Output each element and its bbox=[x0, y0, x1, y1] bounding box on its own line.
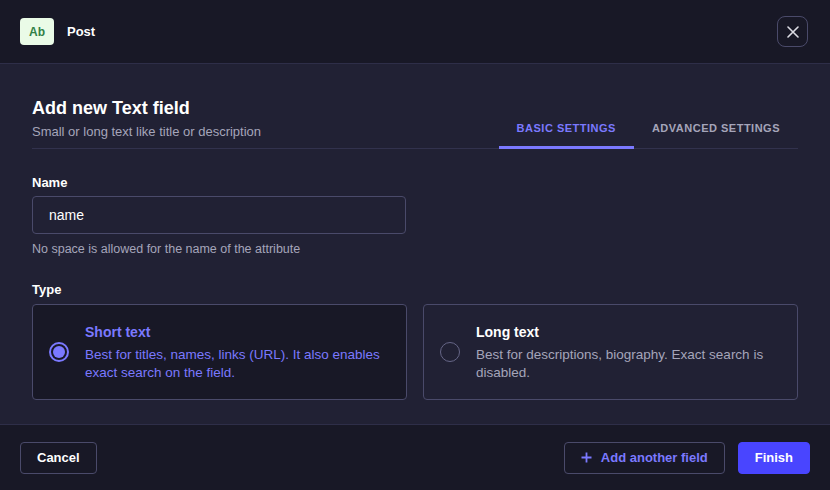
text-field-type-icon: Ab bbox=[20, 18, 54, 45]
option-title-long-text: Long text bbox=[476, 323, 777, 341]
add-another-field-label: Add another field bbox=[601, 450, 708, 465]
content-type-title: Post bbox=[67, 24, 95, 39]
cancel-button[interactable]: Cancel bbox=[20, 442, 97, 474]
type-field-group: Type Short text Best for titles, names, … bbox=[32, 282, 798, 400]
tab-basic-settings[interactable]: BASIC SETTINGS bbox=[499, 122, 634, 149]
name-field-group: Name No space is allowed for the name of… bbox=[32, 175, 798, 256]
type-field-label: Type bbox=[32, 282, 798, 298]
footer-right-actions: Add another field Finish bbox=[564, 442, 810, 474]
modal-body: Add new Text field Small or long text li… bbox=[0, 64, 830, 424]
page-title: Add new Text field bbox=[32, 97, 798, 119]
option-text: Short text Best for titles, names, links… bbox=[85, 323, 390, 382]
add-another-field-button[interactable]: Add another field bbox=[564, 442, 725, 474]
add-field-modal: Ab Post Add new Text field Small or long… bbox=[0, 0, 830, 490]
radio-short-text-icon[interactable] bbox=[49, 342, 69, 362]
intro-section: Add new Text field Small or long text li… bbox=[32, 64, 798, 149]
option-desc-short-text: Best for titles, names, links (URL). It … bbox=[85, 346, 386, 382]
plus-icon bbox=[581, 452, 592, 463]
radio-long-text-icon[interactable] bbox=[440, 342, 460, 362]
name-helper-text: No space is allowed for the name of the … bbox=[32, 242, 798, 256]
close-button[interactable] bbox=[777, 16, 808, 47]
modal-header: Ab Post bbox=[0, 0, 830, 64]
modal-footer: Cancel Add another field Finish bbox=[0, 424, 830, 490]
option-text: Long text Best for descriptions, biograp… bbox=[476, 323, 781, 382]
type-option-cards: Short text Best for titles, names, links… bbox=[32, 304, 798, 400]
option-desc-long-text: Best for descriptions, biography. Exact … bbox=[476, 346, 777, 382]
option-title-short-text: Short text bbox=[85, 323, 386, 341]
settings-tabs: BASIC SETTINGS ADVANCED SETTINGS bbox=[499, 122, 798, 149]
tab-advanced-settings[interactable]: ADVANCED SETTINGS bbox=[634, 122, 798, 149]
finish-button[interactable]: Finish bbox=[738, 442, 810, 474]
close-icon bbox=[787, 26, 799, 38]
name-input[interactable] bbox=[32, 196, 406, 234]
option-card-long-text[interactable]: Long text Best for descriptions, biograp… bbox=[423, 304, 798, 400]
option-card-short-text[interactable]: Short text Best for titles, names, links… bbox=[32, 304, 407, 400]
name-field-label: Name bbox=[32, 175, 798, 191]
